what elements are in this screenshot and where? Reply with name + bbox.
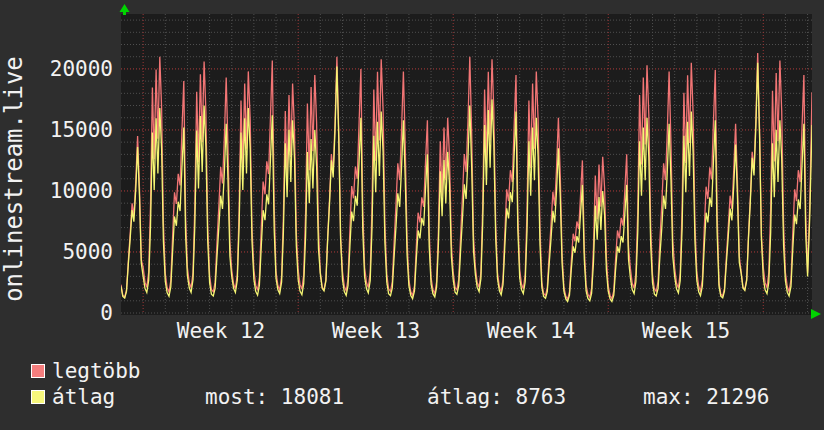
legend-swatch-legtobb	[31, 364, 45, 378]
x-tick-label: Week 13	[296, 320, 456, 342]
y-tick-label: 0	[0, 302, 113, 324]
stat-most: most: 18081	[205, 386, 344, 408]
x-tick-label: Week 12	[141, 320, 301, 342]
legend-label-legtobb: legtöbb	[52, 360, 141, 382]
legend-swatch-atlag	[31, 390, 45, 404]
axis-arrow-up-icon	[118, 4, 131, 15]
plot-svg	[121, 14, 812, 315]
y-tick-label: 10000	[0, 180, 113, 202]
stat-atlag: átlag: 8763	[427, 386, 566, 408]
y-tick-label: 5000	[0, 241, 113, 263]
y-tick-label: 15000	[0, 119, 113, 141]
y-tick-label: 20000	[0, 58, 113, 80]
stat-max: max: 21296	[643, 386, 769, 408]
x-tick-label: Week 15	[606, 320, 766, 342]
x-tick-label: Week 14	[451, 320, 611, 342]
legend-label-atlag: átlag	[52, 386, 115, 408]
graph-window: onlinestream.live 05000100001500020000 W…	[0, 0, 824, 430]
axis-arrow-right-icon	[811, 308, 822, 320]
